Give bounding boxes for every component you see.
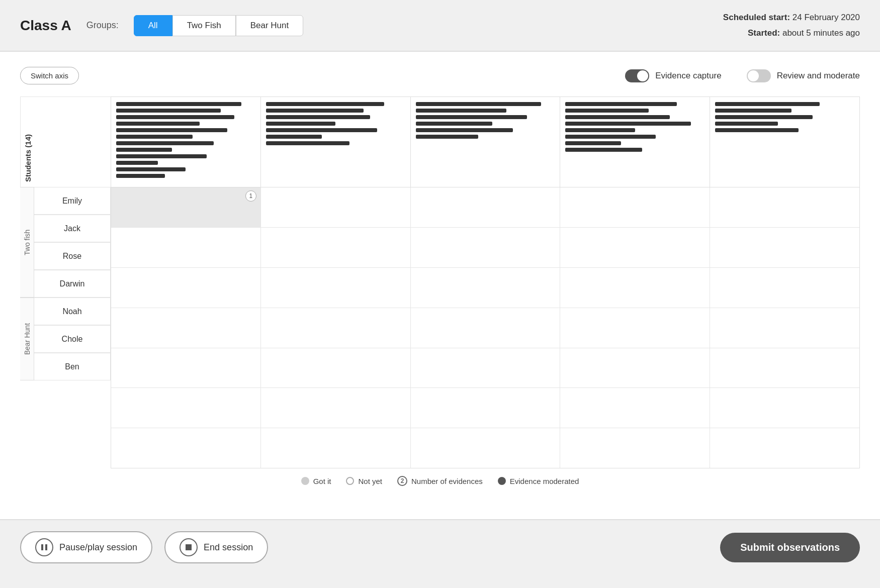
toggle-knob-evidence [637,70,648,81]
submit-observations-button[interactable]: Submit observations [720,533,860,562]
indicator-1-text [116,102,255,178]
cell-jack-3[interactable] [411,228,560,268]
cell-darwin-5[interactable] [710,308,859,348]
indicator-5 [710,97,859,187]
cell-jack-5[interactable] [710,228,859,268]
pause-play-label: Pause/play session [59,542,137,553]
cell-chole-1[interactable] [111,388,260,428]
app-header: Class A Groups: All Two Fish Bear Hunt S… [0,0,880,52]
student-noah: Noah [34,298,111,325]
student-jack: Jack [34,215,111,242]
cell-noah-5[interactable] [710,348,859,388]
data-col-4 [560,187,710,468]
cell-emily-3[interactable] [411,187,560,228]
grid-wrapper: Students (14) Two fish Emily Jack Rose D… [20,96,860,468]
cell-emily-1[interactable]: 1 [111,187,260,228]
cell-darwin-1[interactable] [111,308,260,348]
header-right: Scheduled start: 24 February 2020 Starte… [723,10,860,41]
cell-ben-4[interactable] [560,428,710,468]
cell-rose-3[interactable] [411,268,560,308]
cell-ben-3[interactable] [411,428,560,468]
group-bear-hunt: Bear Hunt Noah Chole Ben [20,298,111,380]
header-left: Class A Groups: All Two Fish Bear Hunt [20,15,303,36]
cell-rose-2[interactable] [261,268,410,308]
scheduled-start: Scheduled start: 24 February 2020 [723,10,860,26]
evidence-badge-emily-1: 1 [245,190,256,202]
indicator-2 [261,97,411,187]
cell-noah-2[interactable] [261,348,410,388]
cell-ben-5[interactable] [710,428,859,468]
cell-chole-4[interactable] [560,388,710,428]
evidence-capture-toggle-group: Evidence capture [625,69,721,82]
evidence-capture-toggle[interactable] [625,69,649,82]
cell-jack-4[interactable] [560,228,710,268]
group-label-twofish: Two fish [20,187,34,298]
toggle-knob-review [748,70,759,81]
cell-rose-5[interactable] [710,268,859,308]
cell-ben-2[interactable] [261,428,410,468]
footer: Pause/play session End session Submit ob… [0,519,880,574]
toolbar: Switch axis Evidence capture Review and … [20,67,860,84]
student-emily: Emily [34,187,111,215]
groups-label: Groups: [86,20,119,31]
legend: Got it Not yet 2 Number of evidences Evi… [20,468,860,494]
cell-ben-1[interactable] [111,428,260,468]
scheduled-label: Scheduled start: [723,13,790,22]
evidence-capture-label: Evidence capture [655,71,721,81]
data-col-1: 1 [111,187,261,468]
main-content: Switch axis Evidence capture Review and … [0,52,880,519]
indicator-3 [411,97,561,187]
started-value: about 5 minutes ago [782,28,860,38]
student-chole: Chole [34,325,111,353]
cell-rose-1[interactable] [111,268,260,308]
cell-rose-4[interactable] [560,268,710,308]
cell-darwin-3[interactable] [411,308,560,348]
legend-moderated-icon [498,477,506,485]
cell-emily-2[interactable] [261,187,410,228]
cell-jack-2[interactable] [261,228,410,268]
pause-play-button[interactable]: Pause/play session [20,531,152,563]
legend-moderated: Evidence moderated [498,477,579,485]
cell-chole-5[interactable] [710,388,859,428]
indicator-2-text [266,102,405,145]
indicator-1 [111,97,261,187]
indicator-5-text [715,102,854,132]
end-session-label: End session [204,542,253,553]
cell-noah-1[interactable] [111,348,260,388]
data-rows: 1 [111,187,859,468]
switch-axis-button[interactable]: Switch axis [20,67,79,84]
student-ben: Ben [34,353,111,380]
cell-emily-5[interactable] [710,187,859,228]
cell-chole-2[interactable] [261,388,410,428]
student-rose: Rose [34,242,111,270]
student-names-twofish: Emily Jack Rose Darwin [34,187,111,298]
grid-content: 1 [111,96,860,468]
cell-jack-1[interactable] [111,228,260,268]
cell-chole-3[interactable] [411,388,560,428]
group-btn-bearhunt[interactable]: Bear Hunt [236,15,304,36]
started: Started: about 5 minutes ago [723,26,860,41]
student-names-bearhunt: Noah Chole Ben [34,298,111,380]
students-header: Students (14) [21,134,35,182]
cell-darwin-2[interactable] [261,308,410,348]
group-btn-twofish[interactable]: Two Fish [172,15,236,36]
cell-noah-3[interactable] [411,348,560,388]
indicator-4 [560,97,710,187]
cell-emily-4[interactable] [560,187,710,228]
end-session-button[interactable]: End session [164,531,268,563]
svg-rect-0 [41,544,43,550]
svg-rect-2 [186,544,192,550]
group-btn-all[interactable]: All [134,15,172,36]
pause-play-icon [35,538,53,556]
data-col-5 [710,187,859,468]
footer-left: Pause/play session End session [20,531,268,563]
scheduled-value: 24 February 2020 [793,13,860,22]
group-two-fish: Two fish Emily Jack Rose Darwin [20,187,111,298]
class-title: Class A [20,18,71,34]
cell-darwin-4[interactable] [560,308,710,348]
cell-noah-4[interactable] [560,348,710,388]
legend-notyet-icon [346,477,354,485]
legend-moderated-label: Evidence moderated [510,477,579,485]
indicators-header-row [111,97,859,187]
review-moderate-toggle[interactable] [747,69,771,82]
